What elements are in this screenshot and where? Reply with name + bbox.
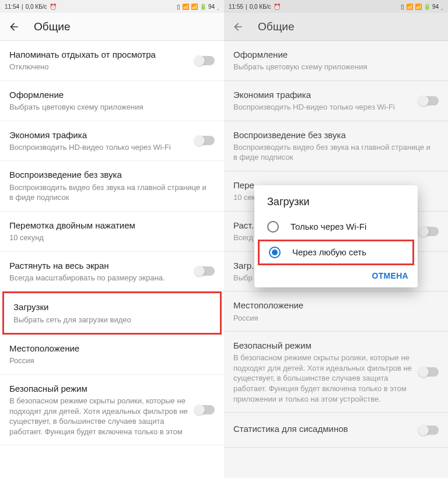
setting-stats-nerds[interactable]: Статистика для сисадминов (224, 413, 448, 448)
setting-title: Местоположение (9, 343, 209, 354)
setting-remind-rest[interactable]: Напоминать отдыхать от просмотра Отключе… (0, 41, 224, 81)
settings-list[interactable]: Оформление Выбрать цветовую схему прилож… (224, 41, 448, 448)
toggle-switch[interactable] (195, 136, 215, 145)
setting-subtitle: Воспроизводить видео без звука на главно… (233, 142, 433, 163)
back-button[interactable] (232, 21, 244, 33)
toggle-switch[interactable] (419, 227, 439, 236)
setting-title: Оформление (233, 49, 433, 61)
setting-title: Перемотка двойным нажатием (9, 220, 209, 231)
arrow-left-icon (232, 21, 244, 33)
status-divider: | (246, 3, 247, 10)
setting-zoom-to-fill[interactable]: Растянуть на весь экран Всегда масштабир… (0, 252, 224, 292)
signal-icon: 📶 (191, 3, 198, 10)
page-title: Общие (34, 20, 70, 33)
setting-subtitle: Россия (9, 356, 209, 366)
status-time: 11:55 (229, 3, 243, 10)
setting-mute-playback[interactable]: Воспроизведение без звука Воспроизводить… (224, 121, 448, 171)
setting-subtitle: Воспроизводить HD-видео только через Wi-… (233, 102, 413, 113)
sim-icon: ▯ (177, 3, 180, 10)
setting-title: Безопасный режим (9, 383, 189, 395)
setting-location[interactable]: Местоположение Россия (224, 291, 448, 332)
toggle-switch[interactable] (195, 405, 215, 414)
battery-unit: ˏ (216, 3, 219, 10)
setting-title: Растянуть на весь экран (9, 260, 189, 272)
status-divider: | (22, 3, 23, 10)
phone-right-screenshot: 11:55 | 0,0 КБ/с ⏰ ▯ 📶 📶 🔋 94 ˏ Общие Оф… (224, 0, 448, 478)
setting-subtitle: 10 сек (233, 192, 433, 203)
status-time: 11:54 (5, 3, 19, 10)
setting-title: Пере... (233, 180, 433, 191)
setting-title: Статистика для сисадминов (233, 423, 413, 435)
setting-subtitle: Воспроизводить HD-видео только через Wi-… (9, 142, 189, 153)
setting-data-saver[interactable]: Экономия трафика Воспроизводить HD-видео… (0, 121, 224, 161)
setting-title: Безопасный режим (233, 340, 413, 352)
setting-title: Местоположение (233, 300, 433, 311)
battery-percent: 94 (208, 3, 215, 10)
signal-icon: 📶 (182, 3, 189, 10)
setting-title: Раст... (233, 220, 413, 231)
battery-icon: 🔋 (424, 3, 430, 10)
setting-subtitle: 10 секунд (9, 233, 209, 243)
toggle-switch[interactable] (195, 266, 215, 276)
phone-left-screenshot: 11:54 | 0,0 КБ/с ⏰ ▯ 📶 📶 🔋 94 ˏ Общие На… (0, 0, 224, 478)
setting-mute-playback[interactable]: Воспроизведение без звука Воспроизводить… (0, 161, 224, 211)
status-speed: 0,0 КБ/с (250, 3, 271, 10)
setting-location[interactable]: Местоположение Россия (0, 335, 224, 375)
setting-appearance[interactable]: Оформление Выбрать цветовую схему прилож… (224, 41, 448, 81)
setting-appearance[interactable]: Оформление Выбрать цветовую схему прилож… (0, 81, 224, 121)
setting-title: Оформление (9, 89, 209, 101)
setting-title: Экономия трафика (233, 89, 413, 101)
back-button[interactable] (8, 21, 20, 33)
status-bar: 11:54 | 0,0 КБ/с ⏰ ▯ 📶 📶 🔋 94 ˏ (0, 0, 224, 13)
setting-subtitle: Всегд экран (233, 233, 413, 243)
setting-downloads[interactable]: Загр... Выбр (224, 252, 448, 292)
setting-subtitle: Отключено (9, 62, 189, 72)
toggle-switch[interactable] (419, 96, 439, 106)
setting-subtitle: Выбрать цветовую схему приложения (233, 62, 433, 72)
status-bar: 11:55 | 0,0 КБ/с ⏰ ▯ 📶 📶 🔋 94 ˏ (224, 0, 448, 13)
setting-restricted-mode[interactable]: Безопасный режим В безопасном режиме скр… (0, 375, 224, 445)
setting-subtitle: Выбрать сеть для загрузки видео (13, 315, 205, 325)
setting-data-saver[interactable]: Экономия трафика Воспроизводить HD-видео… (224, 81, 448, 121)
setting-restricted-mode[interactable]: Безопасный режим В безопасном режиме скр… (224, 332, 448, 413)
setting-title: Загр... (233, 260, 433, 272)
signal-icon: 📶 (406, 3, 413, 10)
settings-list[interactable]: Напоминать отдыхать от просмотра Отключе… (0, 41, 224, 445)
signal-icon: 📶 (415, 3, 422, 10)
toggle-switch[interactable] (419, 367, 439, 377)
setting-subtitle: Выбрать цветовую схему приложения (9, 102, 209, 113)
alarm-icon: ⏰ (50, 3, 57, 10)
arrow-left-icon (8, 21, 20, 33)
app-header: Общие (224, 13, 448, 41)
setting-title: Загрузки (13, 301, 205, 313)
battery-unit: ˏ (440, 3, 443, 10)
setting-title: Напоминать отдыхать от просмотра (9, 49, 189, 61)
setting-subtitle: Воспроизводить видео без звука на главно… (9, 182, 209, 203)
setting-subtitle: Россия (233, 313, 433, 324)
toggle-switch[interactable] (195, 56, 215, 65)
page-title: Общие (258, 20, 294, 33)
app-header: Общие (0, 13, 224, 41)
alarm-icon: ⏰ (274, 3, 281, 10)
toggle-switch[interactable] (419, 426, 439, 435)
battery-percent: 94 (432, 3, 439, 10)
setting-double-tap-seek[interactable]: Перемотка двойным нажатием 10 секунд (0, 212, 224, 252)
setting-title: Воспроизведение без звука (9, 169, 209, 181)
battery-icon: 🔋 (200, 3, 206, 10)
setting-subtitle: В безопасном режиме скрыты ролики, котор… (9, 396, 189, 437)
setting-downloads[interactable]: Загрузки Выбрать сеть для загрузки видео (2, 291, 222, 335)
status-speed: 0,0 КБ/с (26, 3, 47, 10)
setting-double-tap-seek[interactable]: Пере... 10 сек (224, 171, 448, 212)
setting-title: Воспроизведение без звука (233, 129, 433, 141)
setting-subtitle: Выбр (233, 273, 433, 283)
setting-subtitle: Всегда масштабировать по размеру экрана. (9, 273, 189, 283)
setting-zoom-to-fill[interactable]: Раст... Всегд экран (224, 212, 448, 252)
sim-icon: ▯ (401, 3, 404, 10)
setting-title: Экономия трафика (9, 129, 189, 141)
setting-subtitle: В безопасном режиме скрыты ролики, котор… (233, 353, 413, 404)
